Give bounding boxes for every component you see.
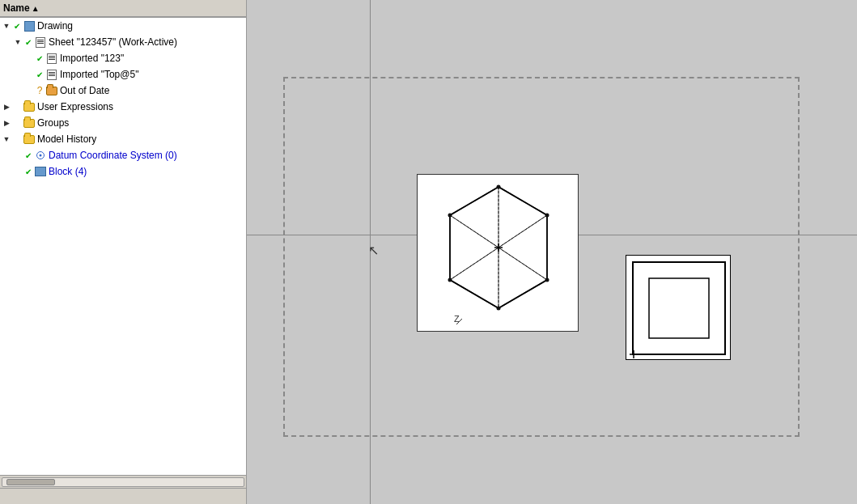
svg-point-16 xyxy=(497,185,501,189)
svg-point-19 xyxy=(497,307,501,311)
expand-arrow-imported-123[interactable] xyxy=(24,53,34,63)
scroll-track[interactable] xyxy=(2,477,244,487)
node-label-drawing: Drawing xyxy=(37,20,73,32)
canvas-area[interactable]: Z ↖ xyxy=(247,0,857,504)
node-icon-model-history xyxy=(23,133,36,145)
check-icon-imported-top: ✔ xyxy=(34,69,45,80)
node-icon-out-of-date xyxy=(45,85,58,96)
node-icon-datum-coord xyxy=(34,150,47,161)
scroll-thumb[interactable] xyxy=(6,479,55,485)
main-view-box[interactable]: Z xyxy=(417,174,579,332)
node-icon-groups xyxy=(23,117,36,129)
check-icon-out-of-date: ? xyxy=(34,85,45,96)
node-icon-imported-123 xyxy=(45,53,58,64)
node-label-imported-123: Imported "123" xyxy=(60,53,124,64)
tree-row-block[interactable]: ✔Block (4) xyxy=(0,163,246,180)
node-icon-drawing xyxy=(23,20,36,32)
expand-arrow-user-expressions[interactable]: ▶ xyxy=(2,102,11,112)
svg-point-20 xyxy=(448,214,452,218)
tree-row-sheet[interactable]: ▼✔Sheet "123457" (Work-Active) xyxy=(0,34,246,50)
svg-line-10 xyxy=(450,280,499,308)
tree-row-datum-coord[interactable]: ✔Datum Coordinate System (0) xyxy=(0,147,246,163)
node-label-block: Block (4) xyxy=(49,166,87,177)
tree-row-imported-top[interactable]: ✔Imported "Top@5" xyxy=(0,66,246,83)
top-view-drawing xyxy=(626,256,731,360)
node-label-out-of-date: Out of Date xyxy=(60,85,109,96)
tree-row-imported-123[interactable]: ✔Imported "123" xyxy=(0,50,246,66)
node-label-groups: Groups xyxy=(37,117,69,129)
tree-row-model-history[interactable]: ▼Model History xyxy=(0,131,246,147)
sort-icon[interactable]: ▲ xyxy=(32,4,40,13)
expand-arrow-sheet[interactable]: ▼ xyxy=(13,37,23,47)
svg-rect-27 xyxy=(649,278,709,338)
tree-row-out-of-date[interactable]: ?Out of Date xyxy=(0,83,246,99)
tree-row-user-expressions[interactable]: ▶User Expressions xyxy=(0,99,246,115)
svg-rect-26 xyxy=(633,262,725,354)
expand-arrow-block[interactable] xyxy=(13,167,23,176)
svg-line-12 xyxy=(450,187,499,215)
check-icon-drawing: ✔ xyxy=(11,20,23,32)
expand-arrow-imported-top[interactable] xyxy=(24,70,34,79)
check-icon-datum-coord: ✔ xyxy=(23,150,34,161)
main-layout: Name ▲ ▼✔Drawing▼✔Sheet "123457" (Work-A… xyxy=(0,0,857,504)
node-label-model-history: Model History xyxy=(37,133,96,145)
svg-line-7 xyxy=(499,187,547,215)
node-label-imported-top: Imported "Top@5" xyxy=(60,69,138,80)
node-icon-sheet xyxy=(34,36,47,48)
node-label-sheet: Sheet "123457" (Work-Active) xyxy=(49,36,177,48)
svg-point-17 xyxy=(545,214,549,218)
node-label-user-expressions: User Expressions xyxy=(37,101,113,112)
left-bottom-bar xyxy=(0,488,246,504)
expand-arrow-groups[interactable]: ▶ xyxy=(2,118,11,128)
node-icon-user-expressions xyxy=(23,101,36,112)
svg-point-21 xyxy=(448,278,452,282)
node-icon-imported-top xyxy=(45,69,58,80)
node-icon-block xyxy=(34,166,47,177)
name-column-header: Name xyxy=(3,2,30,14)
svg-point-18 xyxy=(545,278,549,282)
check-icon-block: ✔ xyxy=(23,166,34,177)
tree-header: Name ▲ xyxy=(0,0,246,18)
check-icon-sheet: ✔ xyxy=(23,36,34,48)
expand-arrow-model-history[interactable]: ▼ xyxy=(2,134,11,144)
node-label-datum-coord: Datum Coordinate System (0) xyxy=(49,150,177,161)
expand-arrow-datum-coord[interactable] xyxy=(13,150,23,160)
left-panel: Name ▲ ▼✔Drawing▼✔Sheet "123457" (Work-A… xyxy=(0,0,247,504)
tree-row-groups[interactable]: ▶Groups xyxy=(0,115,246,131)
isometric-drawing: Z xyxy=(418,175,579,332)
expand-arrow-out-of-date[interactable] xyxy=(24,86,34,95)
expand-arrow-drawing[interactable]: ▼ xyxy=(2,21,11,31)
secondary-view-box[interactable] xyxy=(626,255,731,360)
tree-row-drawing[interactable]: ▼✔Drawing xyxy=(0,18,246,34)
svg-line-9 xyxy=(499,280,547,308)
tree-body[interactable]: ▼✔Drawing▼✔Sheet "123457" (Work-Active) … xyxy=(0,18,246,475)
h-scrollbar xyxy=(0,475,246,488)
check-icon-imported-123: ✔ xyxy=(34,53,45,64)
